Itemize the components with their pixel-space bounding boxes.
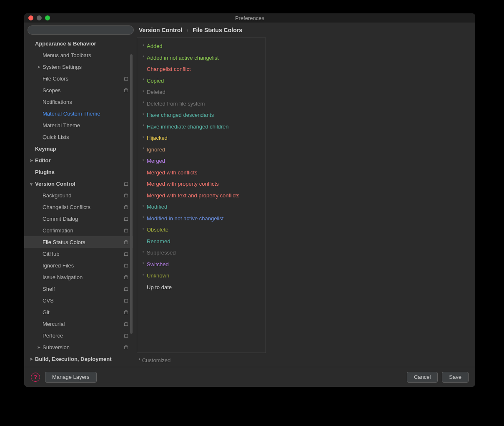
- sidebar-item[interactable]: Confirmation: [24, 224, 133, 236]
- file-status-row[interactable]: *Modified in not active changelist: [137, 213, 266, 224]
- file-status-row[interactable]: *Unknown: [137, 270, 266, 282]
- sidebar-item-label: Scopes: [43, 87, 121, 93]
- file-status-row[interactable]: *Modified: [137, 201, 266, 213]
- sidebar-item-label: Mercurial: [43, 321, 121, 327]
- manage-layers-button[interactable]: Manage Layers: [45, 372, 97, 383]
- file-status-label: Modified: [147, 204, 167, 210]
- customized-star-icon: *: [141, 55, 145, 60]
- footer-left: ? Manage Layers: [31, 372, 97, 383]
- sidebar-item-label: Keymap: [35, 146, 129, 152]
- file-status-row[interactable]: *Have changed descendants: [137, 109, 266, 121]
- sidebar-item[interactable]: ➤Build, Execution, Deployment: [24, 353, 133, 365]
- sidebar-item[interactable]: Appearance & Behavior: [24, 38, 133, 49]
- sidebar-item[interactable]: Changelist Conflicts: [24, 201, 133, 213]
- expand-arrow-icon[interactable]: ➤: [36, 345, 42, 350]
- sidebar-item[interactable]: Menus and Toolbars: [24, 49, 133, 61]
- cancel-button[interactable]: Cancel: [407, 372, 438, 383]
- file-status-list[interactable]: *Added*Added in not active changelistCha…: [137, 38, 266, 353]
- sidebar-item-label: Version Control: [35, 181, 121, 187]
- file-status-row[interactable]: *Added: [137, 40, 266, 52]
- sidebar-item[interactable]: Scopes: [24, 84, 133, 96]
- search-input[interactable]: [28, 25, 134, 35]
- minimize-window-button[interactable]: [37, 15, 42, 20]
- sidebar-item-label: System Settings: [43, 64, 129, 70]
- customized-star-icon: *: [141, 135, 145, 141]
- preferences-window: Preferences ▾ Version Control › File Sta…: [24, 13, 475, 387]
- breadcrumb-parent[interactable]: Version Control: [139, 27, 182, 33]
- breadcrumb-separator: ›: [186, 27, 188, 33]
- file-status-row[interactable]: *Suppressed: [137, 247, 266, 259]
- customized-star-icon: *: [141, 261, 145, 267]
- file-status-row[interactable]: *Hijacked: [137, 132, 266, 144]
- sidebar-item[interactable]: Issue Navigation: [24, 271, 133, 283]
- sidebar-item[interactable]: Commit Dialog: [24, 213, 133, 224]
- file-status-label: Up to date: [147, 284, 172, 290]
- file-status-row[interactable]: *Deleted: [137, 86, 266, 98]
- customized-star-icon: *: [141, 124, 145, 129]
- project-scope-icon: [123, 262, 129, 268]
- project-scope-icon: [123, 344, 129, 350]
- titlebar: Preferences: [24, 13, 475, 23]
- sidebar-item-label: Shelf: [43, 286, 121, 292]
- sidebar-item[interactable]: Keymap: [24, 143, 133, 154]
- sidebar-item[interactable]: Plugins: [24, 166, 133, 178]
- sidebar-item[interactable]: Shelf: [24, 283, 133, 295]
- file-status-row[interactable]: Merged with property conflicts: [137, 178, 266, 190]
- file-status-row[interactable]: *Merged: [137, 155, 266, 167]
- sidebar-item[interactable]: ➤Version Control: [24, 178, 133, 189]
- sidebar-item[interactable]: ➤Subversion: [24, 341, 133, 353]
- customized-note: * Customized: [137, 357, 472, 363]
- expand-arrow-icon[interactable]: ➤: [36, 65, 42, 69]
- sidebar-item[interactable]: Mercurial: [24, 318, 133, 330]
- sidebar-item[interactable]: Material Custom Theme: [24, 108, 133, 119]
- file-status-row[interactable]: *Copied: [137, 75, 266, 87]
- expand-arrow-icon[interactable]: ➤: [28, 357, 34, 361]
- sidebar-item[interactable]: Background: [24, 189, 133, 201]
- file-status-row[interactable]: *Ignored: [137, 144, 266, 156]
- save-button[interactable]: Save: [442, 372, 469, 383]
- sidebar-item-label: GitHub: [43, 251, 121, 257]
- customized-star-icon: *: [141, 227, 145, 233]
- sidebar-item[interactable]: Git: [24, 306, 133, 318]
- zoom-window-button[interactable]: [45, 15, 50, 20]
- file-status-row[interactable]: *Deleted from file system: [137, 98, 266, 110]
- close-window-button[interactable]: [28, 15, 33, 20]
- sidebar-item[interactable]: File Colors: [24, 73, 133, 84]
- sidebar-item[interactable]: Material Theme: [24, 119, 133, 131]
- file-status-row[interactable]: Merged with text and property conflicts: [137, 190, 266, 202]
- sidebar-item[interactable]: Perforce: [24, 330, 133, 341]
- sidebar-item[interactable]: Ignored Files: [24, 260, 133, 271]
- file-status-row[interactable]: Merged with conflicts: [137, 167, 266, 179]
- sidebar-item[interactable]: ➤Editor: [24, 154, 133, 166]
- sidebar-item[interactable]: Notifications: [24, 96, 133, 108]
- footer: ? Manage Layers Cancel Save: [24, 367, 475, 387]
- sidebar-item[interactable]: CVS: [24, 295, 133, 306]
- help-icon[interactable]: ?: [31, 373, 40, 382]
- project-scope-icon: [123, 181, 129, 187]
- file-status-label: Modified in not active changelist: [147, 215, 223, 222]
- sidebar-item[interactable]: File Status Colors: [24, 236, 133, 248]
- file-status-row[interactable]: *Added in not active changelist: [137, 52, 266, 64]
- file-status-row[interactable]: *Switched: [137, 259, 266, 270]
- window-body: ▾ Version Control › File Status Colors A…: [24, 23, 475, 387]
- breadcrumb-child: File Status Colors: [193, 27, 242, 33]
- sidebar-item[interactable]: ➤System Settings: [24, 61, 133, 73]
- file-status-row[interactable]: Renamed: [137, 236, 266, 247]
- file-status-label: Merged with property conflicts: [147, 181, 219, 187]
- file-status-label: Have immediate changed children: [147, 124, 229, 130]
- file-status-row[interactable]: *Obsolete: [137, 224, 266, 236]
- project-scope-icon: [123, 321, 129, 327]
- file-status-row[interactable]: Changelist conflict: [137, 63, 266, 75]
- sidebar-scrollbar[interactable]: [130, 54, 133, 334]
- collapse-arrow-icon[interactable]: ➤: [28, 181, 34, 186]
- file-status-row[interactable]: *Have immediate changed children: [137, 121, 266, 133]
- file-status-row[interactable]: Up to date: [137, 282, 266, 293]
- sidebar-item[interactable]: GitHub: [24, 248, 133, 260]
- search-wrap: ▾: [28, 25, 134, 35]
- sidebar-item[interactable]: Quick Lists: [24, 131, 133, 143]
- sidebar-item-label: File Colors: [43, 76, 121, 82]
- sidebar-item-label: Menus and Toolbars: [43, 52, 129, 58]
- customized-star-icon: *: [141, 43, 145, 49]
- sidebar[interactable]: Appearance & BehaviorMenus and Toolbars➤…: [24, 38, 133, 367]
- expand-arrow-icon[interactable]: ➤: [28, 158, 34, 163]
